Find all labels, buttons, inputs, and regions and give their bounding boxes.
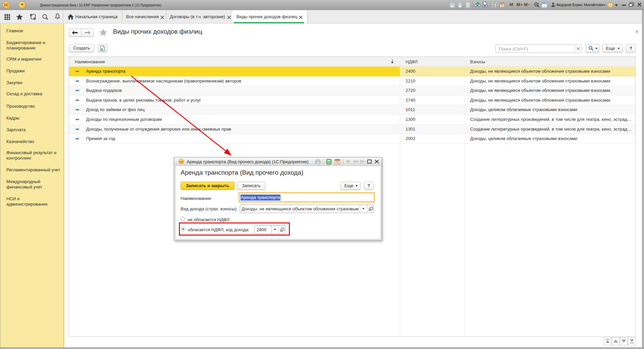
svg-text:31: 31 bbox=[336, 161, 339, 164]
svg-text:i: i bbox=[610, 3, 611, 7]
svg-text:31: 31 bbox=[500, 4, 504, 7]
